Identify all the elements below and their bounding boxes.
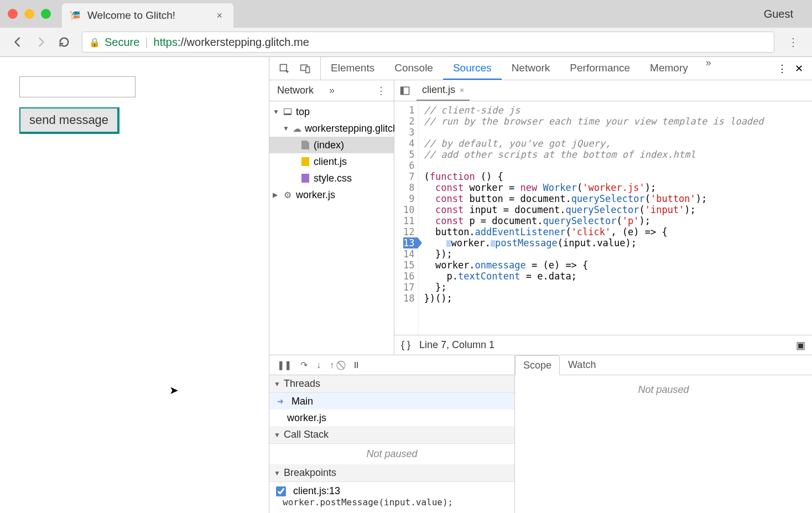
tree-top-label: top bbox=[296, 106, 310, 118]
css-file-icon bbox=[301, 174, 309, 183]
window-zoom-button[interactable] bbox=[41, 9, 51, 19]
tree-top[interactable]: ▼ top bbox=[269, 103, 394, 120]
thread-main-label: Main bbox=[292, 396, 313, 407]
browser-tab[interactable]: 🎏 Welcome to Glitch! × bbox=[62, 3, 233, 28]
devtools-menu-icon[interactable]: ⋮ bbox=[777, 63, 787, 75]
editor-tab-clientjs[interactable]: client.js × bbox=[417, 80, 470, 101]
tab-elements[interactable]: Elements bbox=[321, 57, 384, 80]
file-index[interactable]: (index) bbox=[269, 137, 394, 153]
thread-main[interactable]: Main bbox=[269, 393, 514, 410]
tree-worker[interactable]: ▶⚙ worker.js bbox=[269, 186, 394, 203]
step-out-button[interactable]: ↑ bbox=[330, 360, 334, 370]
step-into-button[interactable]: ↓ bbox=[316, 360, 321, 370]
tree-worker-label: worker.js bbox=[296, 189, 335, 201]
file-stylecss[interactable]: style.css bbox=[269, 170, 394, 186]
callstack-header[interactable]: ▼Call Stack bbox=[269, 426, 514, 444]
thread-worker[interactable]: worker.js bbox=[269, 410, 514, 426]
message-input[interactable] bbox=[19, 76, 136, 97]
source-editor: client.js × 123456789101112131415161718 … bbox=[394, 80, 812, 355]
cursor-position: Line 7, Column 1 bbox=[419, 339, 495, 351]
breakpoint-code: worker.postMessage(input.value); bbox=[276, 497, 508, 507]
devtools-panel: Elements Console Sources Network Perform… bbox=[269, 57, 812, 513]
code-content[interactable]: 123456789101112131415161718 // client-si… bbox=[394, 101, 812, 335]
breakpoints-label: Breakpoints bbox=[284, 467, 336, 479]
file-tree: ▼ top ▼☁ workerstepping.glitch (index) c… bbox=[269, 101, 394, 355]
file-index-label: (index) bbox=[314, 139, 344, 151]
tab-network[interactable]: Network bbox=[502, 57, 560, 80]
tabs-overflow-icon[interactable]: » bbox=[698, 57, 719, 80]
watch-tab[interactable]: Watch bbox=[560, 355, 604, 375]
lock-icon: 🔒 bbox=[89, 37, 100, 48]
tab-console[interactable]: Console bbox=[384, 57, 443, 80]
tree-origin[interactable]: ▼☁ workerstepping.glitch bbox=[269, 120, 394, 137]
reload-button[interactable] bbox=[58, 35, 71, 49]
page-content: send message ➤ bbox=[0, 57, 269, 513]
breakpoint-file-label: client.js:13 bbox=[293, 485, 340, 496]
step-over-button[interactable]: ↷ bbox=[300, 360, 308, 370]
gear-icon: ⚙ bbox=[283, 190, 293, 200]
url-rest: ://workerstepping.glitch.me bbox=[178, 36, 309, 49]
file-clientjs-label: client.js bbox=[314, 156, 347, 168]
window-close-button[interactable] bbox=[8, 9, 18, 19]
editor-status-bar: { } Line 7, Column 1 ▣ bbox=[394, 335, 812, 355]
cloud-icon: ☁ bbox=[293, 123, 301, 133]
devtools-close-icon[interactable]: ✕ bbox=[795, 63, 803, 75]
callstack-not-paused: Not paused bbox=[269, 444, 514, 464]
secure-label: Secure bbox=[105, 36, 139, 49]
show-console-icon[interactable]: ▣ bbox=[796, 339, 805, 351]
send-message-button[interactable]: send message bbox=[19, 107, 119, 134]
editor-tab-label: client.js bbox=[422, 84, 455, 96]
threads-header[interactable]: ▼Threads bbox=[269, 375, 514, 393]
document-icon bbox=[301, 141, 309, 149]
debugger-controls: ❚❚ ↷ ↓ ↑ ⃠ ⏸ bbox=[269, 355, 514, 375]
breakpoint-checkbox[interactable] bbox=[276, 486, 286, 496]
breakpoints-header[interactable]: ▼Breakpoints bbox=[269, 464, 514, 482]
sources-navigator: Network » ⋮ ▼ top ▼☁ workerstepping.glit… bbox=[269, 80, 394, 355]
tab-title: Welcome to Glitch! bbox=[87, 9, 175, 22]
address-bar: 🔒 Secure | https://workerstepping.glitch… bbox=[0, 28, 812, 57]
devtools-toolbar: Elements Console Sources Network Perform… bbox=[269, 57, 812, 80]
window-minimize-button[interactable] bbox=[24, 9, 34, 19]
pause-on-exceptions-button[interactable]: ⏸ bbox=[352, 360, 361, 370]
navigator-overflow-icon[interactable]: » bbox=[321, 85, 342, 96]
line-gutter[interactable]: 123456789101112131415161718 bbox=[394, 101, 418, 335]
pause-button[interactable]: ❚❚ bbox=[277, 360, 292, 370]
browser-menu-icon[interactable]: ⋮ bbox=[780, 35, 806, 49]
thread-worker-label: worker.js bbox=[287, 412, 326, 424]
tab-favicon: 🎏 bbox=[70, 10, 81, 21]
pretty-print-icon[interactable]: { } bbox=[401, 339, 410, 351]
tab-performance[interactable]: Performance bbox=[560, 57, 640, 80]
window-controls bbox=[8, 9, 51, 19]
file-clientjs[interactable]: client.js bbox=[269, 153, 394, 170]
device-toolbar-icon[interactable] bbox=[299, 63, 311, 75]
window-titlebar: 🎏 Welcome to Glitch! × Guest bbox=[0, 0, 812, 28]
scope-tab[interactable]: Scope bbox=[515, 355, 560, 375]
scope-not-paused: Not paused bbox=[638, 384, 689, 396]
file-stylecss-label: style.css bbox=[314, 173, 352, 184]
mouse-cursor-icon: ➤ bbox=[169, 384, 179, 397]
forward-button[interactable] bbox=[34, 35, 48, 49]
tab-memory[interactable]: Memory bbox=[640, 57, 698, 80]
scope-body: Not paused bbox=[515, 375, 812, 513]
toggle-navigator-icon[interactable] bbox=[399, 85, 411, 97]
tab-close-icon[interactable]: × bbox=[216, 10, 222, 22]
back-button[interactable] bbox=[11, 35, 24, 49]
navigator-menu-icon[interactable]: ⋮ bbox=[368, 85, 394, 97]
callstack-label: Call Stack bbox=[284, 429, 329, 441]
editor-tab-close-icon[interactable]: × bbox=[460, 86, 464, 95]
url-scheme: https bbox=[154, 36, 178, 49]
inspect-element-icon[interactable] bbox=[278, 63, 290, 75]
svg-rect-4 bbox=[401, 87, 404, 95]
profile-label[interactable]: Guest bbox=[764, 8, 804, 20]
tab-sources[interactable]: Sources bbox=[443, 57, 502, 80]
tree-origin-label: workerstepping.glitch bbox=[305, 123, 398, 134]
debugger-panel: ❚❚ ↷ ↓ ↑ ⃠ ⏸ ▼Threads Main worker.js bbox=[269, 355, 812, 513]
navigator-network-tab[interactable]: Network bbox=[269, 80, 321, 101]
omnibox[interactable]: 🔒 Secure | https://workerstepping.glitch… bbox=[82, 32, 774, 53]
js-file-icon bbox=[301, 157, 309, 166]
frame-icon bbox=[284, 108, 292, 115]
threads-label: Threads bbox=[284, 378, 320, 390]
svg-rect-2 bbox=[306, 66, 310, 72]
breakpoint-item[interactable]: client.js:13 worker.postMessage(input.va… bbox=[269, 482, 514, 511]
